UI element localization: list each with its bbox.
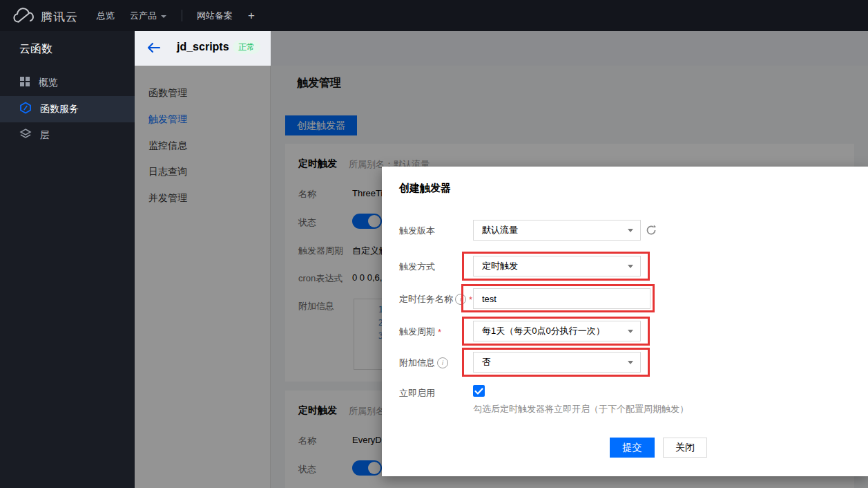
create-trigger-modal: 创建触发器 触发版本 默认流量 触发方式 定时触发 定时任务名称i* 触发周 — [382, 167, 868, 476]
trigger-method-select[interactable]: 定时触发 — [473, 256, 641, 276]
task-name-label: 定时任务名称i* — [399, 293, 472, 306]
function-header: jd_scripts 正常 — [135, 31, 271, 66]
product-sidebar: 云函数 概览 函数服务 — [0, 31, 135, 488]
trigger-period-select[interactable]: 每1天（每天0点0分执行一次） — [473, 321, 641, 341]
info-icon[interactable]: i — [437, 357, 448, 368]
nav-overview[interactable]: 总览 — [97, 0, 115, 31]
nav-beian[interactable]: 网站备案 — [197, 0, 233, 31]
sidebar-item-function-service[interactable]: 函数服务 — [0, 96, 135, 122]
sidebar-item-overview[interactable]: 概览 — [0, 70, 135, 96]
hexagon-function-icon — [19, 102, 32, 117]
nav-products[interactable]: 云产品 — [130, 0, 166, 31]
tencent-cloud-logo[interactable]: 腾讯云 — [12, 7, 78, 27]
sidebar-item-layers[interactable]: 层 — [0, 122, 135, 149]
task-name-input[interactable] — [473, 288, 650, 309]
chevron-down-icon — [628, 229, 633, 232]
submit-button[interactable]: 提交 — [610, 438, 655, 458]
top-navbar: 腾讯云 总览 云产品 网站备案 + — [0, 0, 868, 31]
refresh-icon[interactable] — [645, 224, 657, 236]
enable-now-label: 立即启用 — [399, 387, 435, 400]
nav-add-tab-button[interactable]: + — [248, 0, 255, 31]
enable-now-checkbox-checked[interactable] — [473, 385, 485, 397]
close-button[interactable]: 关闭 — [663, 438, 707, 458]
tencent-cloud-console: 腾讯云 总览 云产品 网站备案 + 云函数 概览 — [0, 0, 868, 488]
brand-name: 腾讯云 — [41, 8, 78, 26]
chevron-down-icon — [628, 265, 633, 268]
chevron-down-icon — [628, 361, 633, 364]
status-badge: 正常 — [233, 40, 260, 54]
enable-now-hint: 勾选后定时触发器将立即开启（于下个配置周期触发） — [473, 403, 688, 415]
trigger-method-label: 触发方式 — [399, 261, 435, 273]
function-name: jd_scripts — [177, 41, 229, 53]
trigger-version-select[interactable]: 默认流量 — [473, 220, 641, 241]
chevron-down-icon — [161, 15, 166, 18]
grid-icon — [19, 76, 30, 90]
trigger-version-label: 触发版本 — [399, 225, 435, 237]
extra-info-label: 附加信息i — [399, 357, 448, 369]
cloud-logo-icon — [12, 7, 35, 27]
required-asterisk: * — [438, 327, 441, 337]
back-arrow-icon[interactable] — [146, 41, 162, 55]
trigger-period-label: 触发周期* — [399, 326, 441, 338]
nav-divider — [182, 10, 182, 21]
extra-info-select[interactable]: 否 — [473, 352, 641, 373]
product-title: 云函数 — [19, 42, 52, 57]
modal-title: 创建触发器 — [399, 182, 451, 195]
required-asterisk: * — [469, 294, 472, 305]
layers-icon — [19, 128, 32, 143]
chevron-down-icon — [628, 330, 633, 333]
info-icon[interactable]: i — [455, 294, 466, 305]
